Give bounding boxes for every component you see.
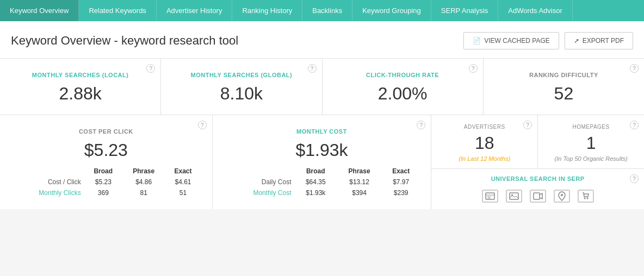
monthly-searches-local-label: MONTHLY SEARCHES (LOCAL) bbox=[11, 72, 150, 78]
table-row: Daily Cost $64.35 $13.12 $7.97 bbox=[224, 177, 420, 187]
cell-broad-monthly-cost: $1.93k bbox=[294, 187, 337, 198]
universal-search-card: ? UNIVERSAL SEARCH IN SERP bbox=[431, 169, 644, 209]
cell-exact-monthly-cost: $239 bbox=[382, 187, 420, 198]
stats-row-2: ? COST PER CLICK $5.23 Broad Phrase Exac… bbox=[0, 115, 644, 209]
monthly-searches-local-card: ? MONTHLY SEARCHES (LOCAL) 2.88k bbox=[0, 59, 161, 115]
page-title: Keyword Overview - keyword research tool bbox=[11, 34, 238, 48]
tab-keyword-overview[interactable]: Keyword Overview bbox=[0, 0, 79, 21]
row-label-monthly-clicks: Monthly Clicks bbox=[11, 187, 84, 198]
help-icon-5[interactable]: ? bbox=[198, 121, 207, 129]
row-label-daily-cost: Daily Cost bbox=[224, 177, 295, 187]
col-phrase-mc: Phrase bbox=[337, 166, 382, 177]
export-icon: ➚ bbox=[574, 37, 579, 45]
advertisers-label: ADVERTISERS bbox=[464, 124, 505, 130]
monthly-searches-global-value: 8.10k bbox=[172, 84, 311, 104]
ranking-difficulty-value: 52 bbox=[494, 84, 633, 104]
monthly-cost-table: Broad Phrase Exact Daily Cost $64.35 $13… bbox=[224, 166, 420, 198]
stats-container: ? MONTHLY SEARCHES (LOCAL) 2.88k ? MONTH… bbox=[0, 59, 644, 209]
news-icon bbox=[482, 190, 498, 203]
help-icon-4[interactable]: ? bbox=[630, 64, 639, 73]
svg-point-7 bbox=[561, 194, 563, 196]
cell-broad-daily-cost: $64.35 bbox=[294, 177, 337, 187]
tab-ranking-history[interactable]: Ranking History bbox=[232, 0, 302, 21]
cell-phrase-daily-cost: $13.12 bbox=[337, 177, 382, 187]
cell-phrase-monthly-clicks: 81 bbox=[122, 187, 165, 198]
help-icon-6[interactable]: ? bbox=[417, 121, 425, 129]
help-icon-8[interactable]: ? bbox=[630, 121, 639, 129]
svg-rect-0 bbox=[486, 193, 494, 199]
image-icon bbox=[506, 190, 522, 203]
col-exact-mc: Exact bbox=[382, 166, 420, 177]
shopping-icon bbox=[578, 190, 594, 203]
col-phrase-cpc: Phrase bbox=[122, 166, 165, 177]
cost-per-click-label: COST PER CLICK bbox=[11, 128, 201, 135]
universal-search-label: UNIVERSAL SEARCH IN SERP bbox=[491, 175, 585, 182]
advertisers-value: 18 bbox=[475, 133, 494, 153]
col-broad-cpc: Broad bbox=[84, 166, 122, 177]
homepages-note: (In Top 50 Organic Results) bbox=[555, 155, 628, 162]
tab-advertiser-history[interactable]: Advertiser History bbox=[157, 0, 233, 21]
monthly-cost-label: MONTHLY COST bbox=[224, 128, 420, 135]
monthly-cost-value: $1.93k bbox=[224, 140, 420, 160]
nav-tabs: Keyword Overview Related Keywords Advert… bbox=[0, 0, 644, 21]
click-through-rate-label: CLICK-THROUGH RATE bbox=[333, 72, 472, 78]
col-exact-cpc: Exact bbox=[165, 166, 201, 177]
table-row: Monthly Clicks 369 81 51 bbox=[11, 187, 201, 198]
right-column: ? ADVERTISERS 18 (In Last 12 Months) ? H… bbox=[431, 115, 644, 209]
click-through-rate-value: 2.00% bbox=[333, 84, 472, 104]
video-icon bbox=[530, 190, 546, 203]
location-icon bbox=[554, 190, 570, 203]
universal-icons-row bbox=[482, 190, 594, 203]
document-icon: 📄 bbox=[473, 37, 481, 45]
help-icon-1[interactable]: ? bbox=[146, 64, 155, 73]
homepages-card: ? HOMEPAGES 1 (In Top 50 Organic Results… bbox=[538, 115, 644, 168]
help-icon-3[interactable]: ? bbox=[469, 64, 478, 73]
page-header: Keyword Overview - keyword research tool… bbox=[0, 21, 644, 59]
advertisers-note: (In Last 12 Months) bbox=[459, 155, 510, 162]
stats-row-1: ? MONTHLY SEARCHES (LOCAL) 2.88k ? MONTH… bbox=[0, 59, 644, 115]
tab-adwords-advisor[interactable]: AdWords Advisor bbox=[498, 0, 572, 21]
cost-per-click-value: $5.23 bbox=[11, 140, 201, 160]
svg-rect-6 bbox=[534, 193, 540, 199]
cell-exact-monthly-clicks: 51 bbox=[165, 187, 201, 198]
click-through-rate-card: ? CLICK-THROUGH RATE 2.00% bbox=[323, 59, 484, 115]
ranking-difficulty-card: ? RANKING DIFFICULTY 52 bbox=[484, 59, 644, 115]
tab-related-keywords[interactable]: Related Keywords bbox=[79, 0, 157, 21]
universal-label-in: IN bbox=[559, 175, 567, 182]
view-cached-page-button[interactable]: 📄 VIEW CACHED PAGE bbox=[463, 32, 559, 49]
monthly-searches-local-value: 2.88k bbox=[11, 84, 150, 104]
header-buttons: 📄 VIEW CACHED PAGE ➚ EXPORT PDF bbox=[463, 32, 633, 49]
row-label-monthly-cost: Monthly Cost bbox=[224, 187, 295, 198]
cell-exact-daily-cost: $7.97 bbox=[382, 177, 420, 187]
svg-point-8 bbox=[584, 198, 585, 199]
table-row: Cost / Click $5.23 $4.86 $4.61 bbox=[11, 177, 201, 187]
homepages-label: HOMEPAGES bbox=[572, 124, 609, 130]
cell-phrase-cost-click: $4.86 bbox=[122, 177, 165, 187]
cost-per-click-card: ? COST PER CLICK $5.23 Broad Phrase Exac… bbox=[0, 115, 213, 209]
monthly-cost-card: ? MONTHLY COST $1.93k Broad Phrase Exact… bbox=[213, 115, 432, 209]
monthly-searches-global-card: ? MONTHLY SEARCHES (GLOBAL) 8.10k bbox=[161, 59, 322, 115]
svg-point-9 bbox=[586, 198, 588, 199]
tab-keyword-grouping[interactable]: Keyword Grouping bbox=[352, 0, 431, 21]
cost-per-click-table: Broad Phrase Exact Cost / Click $5.23 $4… bbox=[11, 166, 201, 198]
row-label-cost-click: Cost / Click bbox=[11, 177, 84, 187]
help-icon-2[interactable]: ? bbox=[308, 64, 317, 73]
help-icon-7[interactable]: ? bbox=[523, 121, 532, 129]
tab-serp-analysis[interactable]: SERP Analysis bbox=[431, 0, 498, 21]
help-icon-9[interactable]: ? bbox=[630, 174, 639, 183]
right-top-section: ? ADVERTISERS 18 (In Last 12 Months) ? H… bbox=[431, 115, 644, 169]
export-pdf-button[interactable]: ➚ EXPORT PDF bbox=[565, 32, 633, 49]
universal-label-static: UNIVERSAL SEARCH bbox=[491, 175, 557, 182]
col-broad-mc: Broad bbox=[294, 166, 337, 177]
table-row: Monthly Cost $1.93k $394 $239 bbox=[224, 187, 420, 198]
advertisers-card: ? ADVERTISERS 18 (In Last 12 Months) bbox=[431, 115, 538, 168]
cell-broad-monthly-clicks: 369 bbox=[84, 187, 122, 198]
monthly-searches-global-label: MONTHLY SEARCHES (GLOBAL) bbox=[172, 72, 311, 78]
cell-phrase-monthly-cost: $394 bbox=[337, 187, 382, 198]
cell-exact-cost-click: $4.61 bbox=[165, 177, 201, 187]
ranking-difficulty-label: RANKING DIFFICULTY bbox=[494, 72, 633, 78]
svg-rect-4 bbox=[510, 193, 518, 199]
tab-backlinks[interactable]: Backlinks bbox=[302, 0, 352, 21]
homepages-value: 1 bbox=[586, 133, 596, 153]
universal-label-serp: SERP bbox=[567, 175, 585, 182]
